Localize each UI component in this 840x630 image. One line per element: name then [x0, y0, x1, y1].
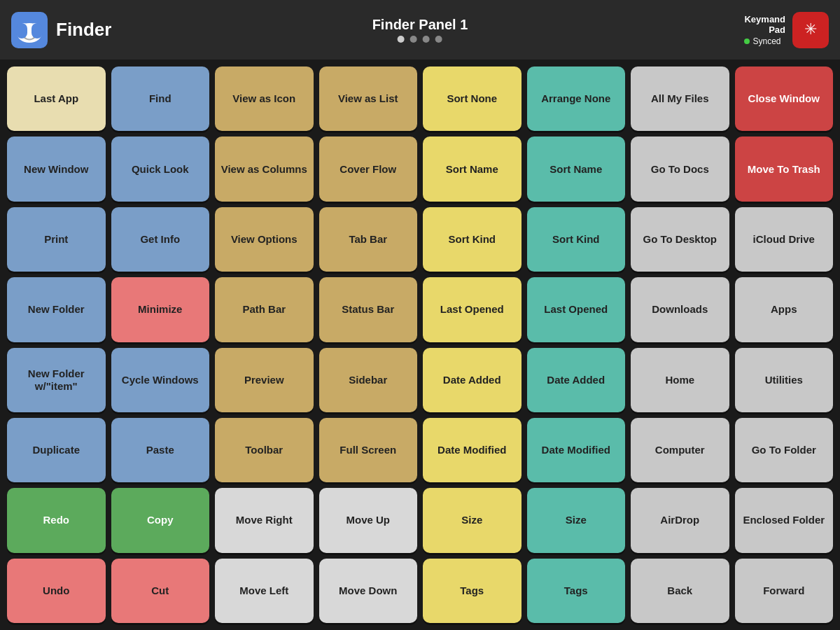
dot-4[interactable] [435, 36, 442, 43]
grid-button-41[interactable]: Paste [111, 418, 210, 482]
grid-button-13[interactable]: Sort Name [527, 136, 626, 201]
grid-button-7[interactable]: Close Window [735, 66, 834, 131]
button-grid: Last AppFindView as IconView as ListSort… [0, 59, 840, 630]
grid-button-0[interactable]: Last App [7, 66, 106, 131]
grid-button-52[interactable]: Size [423, 488, 522, 552]
grid-button-10[interactable]: View as Columns [215, 136, 314, 201]
grid-button-42[interactable]: Toolbar [215, 418, 314, 482]
grid-button-49[interactable]: Copy [111, 488, 210, 552]
finder-title: Finder [56, 19, 111, 41]
grid-button-5[interactable]: Arrange None [527, 66, 626, 131]
grid-button-32[interactable]: New Folder w/"item" [7, 348, 106, 412]
synced-dot [744, 38, 750, 44]
grid-button-23[interactable]: iCloud Drive [735, 207, 834, 272]
synced-indicator: Synced [744, 36, 785, 46]
panel-title-area: Finder Panel 1 [372, 17, 468, 43]
grid-button-6[interactable]: All My Files [631, 66, 729, 131]
grid-button-33[interactable]: Cycle Windows [111, 348, 210, 412]
grid-button-11[interactable]: Cover Flow [319, 136, 418, 201]
grid-button-24[interactable]: New Folder [7, 277, 106, 342]
grid-button-16[interactable]: Print [7, 207, 106, 272]
grid-button-60[interactable]: Tags [423, 559, 522, 623]
grid-button-21[interactable]: Sort Kind [527, 207, 626, 272]
keymand-area: KeymandPad Synced ✳ [744, 12, 829, 48]
grid-button-55[interactable]: Enclosed Folder [735, 488, 834, 552]
grid-button-46[interactable]: Computer [631, 418, 729, 482]
grid-button-28[interactable]: Last Opened [423, 277, 522, 342]
grid-button-62[interactable]: Back [631, 559, 729, 623]
grid-button-9[interactable]: Quick Look [111, 136, 210, 201]
grid-button-15[interactable]: Move To Trash [735, 136, 834, 201]
grid-button-31[interactable]: Apps [735, 277, 834, 342]
keymand-icon[interactable]: ✳ [792, 12, 829, 48]
grid-button-30[interactable]: Downloads [631, 277, 729, 342]
grid-button-58[interactable]: Move Left [215, 559, 314, 623]
grid-button-45[interactable]: Date Modified [527, 418, 626, 482]
grid-button-34[interactable]: Preview [215, 348, 314, 412]
grid-button-26[interactable]: Path Bar [215, 277, 314, 342]
grid-button-39[interactable]: Utilities [735, 348, 834, 412]
grid-button-17[interactable]: Get Info [111, 207, 210, 272]
grid-button-44[interactable]: Date Modified [423, 418, 522, 482]
grid-button-61[interactable]: Tags [527, 559, 626, 623]
grid-button-35[interactable]: Sidebar [319, 348, 418, 412]
grid-button-50[interactable]: Move Right [215, 488, 314, 552]
dot-3[interactable] [423, 36, 430, 43]
grid-button-51[interactable]: Move Up [319, 488, 418, 552]
grid-button-1[interactable]: Find [111, 66, 210, 131]
grid-button-8[interactable]: New Window [7, 136, 106, 201]
grid-button-29[interactable]: Last Opened [527, 277, 626, 342]
synced-label: Synced [752, 36, 780, 46]
grid-button-4[interactable]: Sort None [423, 66, 522, 131]
grid-button-47[interactable]: Go To Folder [735, 418, 834, 482]
grid-button-3[interactable]: View as List [319, 66, 418, 131]
grid-button-14[interactable]: Go To Docs [631, 136, 729, 201]
dot-2[interactable] [410, 36, 417, 43]
grid-button-54[interactable]: AirDrop [631, 488, 729, 552]
grid-button-37[interactable]: Date Added [527, 348, 626, 412]
grid-button-57[interactable]: Cut [111, 559, 210, 623]
panel-dots [372, 36, 468, 43]
grid-button-59[interactable]: Move Down [319, 559, 418, 623]
grid-button-53[interactable]: Size [527, 488, 626, 552]
grid-button-38[interactable]: Home [631, 348, 729, 412]
grid-button-56[interactable]: Undo [7, 559, 106, 623]
grid-button-20[interactable]: Sort Kind [423, 207, 522, 272]
grid-button-48[interactable]: Redo [7, 488, 106, 552]
grid-button-22[interactable]: Go To Desktop [631, 207, 729, 272]
svg-text:✳: ✳ [804, 20, 817, 38]
header: Finder Finder Panel 1 KeymandPad Synced … [0, 0, 840, 59]
grid-button-36[interactable]: Date Added [423, 348, 522, 412]
keymand-label: KeymandPad [744, 14, 785, 35]
grid-button-12[interactable]: Sort Name [423, 136, 522, 201]
grid-button-19[interactable]: Tab Bar [319, 207, 418, 272]
grid-button-25[interactable]: Minimize [111, 277, 210, 342]
grid-button-2[interactable]: View as Icon [215, 66, 314, 131]
dot-1[interactable] [398, 36, 405, 43]
finder-logo [11, 12, 48, 48]
grid-button-27[interactable]: Status Bar [319, 277, 418, 342]
grid-button-63[interactable]: Forward [735, 559, 834, 623]
panel-title: Finder Panel 1 [372, 17, 468, 33]
grid-button-40[interactable]: Duplicate [7, 418, 106, 482]
grid-button-43[interactable]: Full Screen [319, 418, 418, 482]
grid-button-18[interactable]: View Options [215, 207, 314, 272]
